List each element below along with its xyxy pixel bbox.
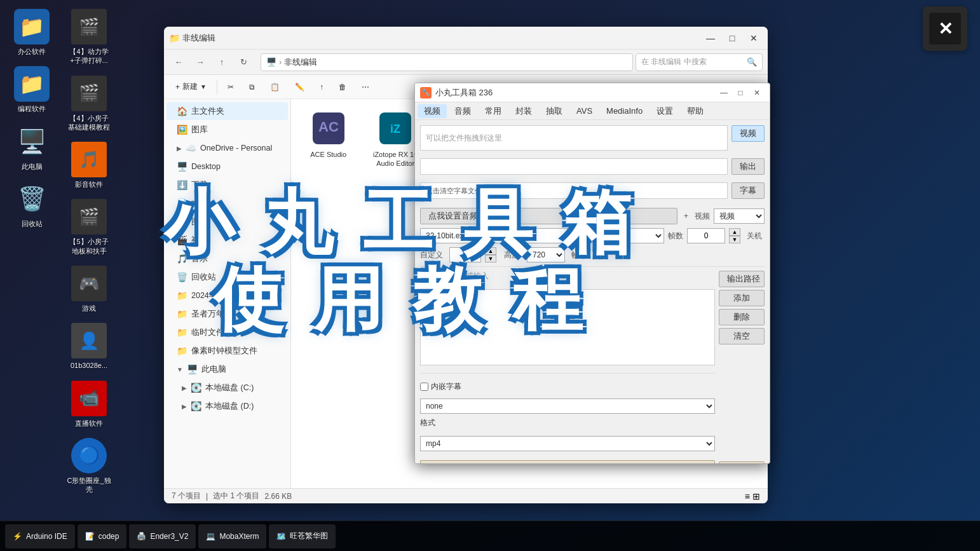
output-path-row: 请在右方选择或输入	[420, 271, 715, 282]
sidebar-item-main-folder[interactable]: 🏠 主文件夹	[167, 102, 288, 120]
subtitle-btn[interactable]: 字幕	[732, 182, 765, 199]
rename-btn[interactable]: ✏️	[289, 78, 311, 97]
nav-up-btn[interactable]: ↑	[212, 53, 231, 71]
taskbar-arduino[interactable]: ⚡ Arduino IDE	[5, 524, 75, 548]
clear-btn[interactable]: 清空	[719, 328, 765, 344]
sidebar-item-d-drive[interactable]: ▶ 💽 本地磁盘 (D:)	[167, 397, 288, 415]
share-btn[interactable]: ↑	[313, 78, 330, 97]
format-select[interactable]: mp4	[420, 436, 715, 451]
sidebar-item-temp[interactable]: 📁 临时文件	[167, 323, 288, 341]
frame-input[interactable]	[687, 228, 725, 243]
sidebar-item-clock[interactable]: 📁 像素时钟模型文件	[167, 342, 288, 360]
sidebar-item-recycle[interactable]: 🗑️ 回收站	[167, 268, 288, 286]
desktop-icon-live[interactable]: 📹 直播软件	[64, 378, 114, 430]
add-btn[interactable]: 添加	[719, 290, 765, 306]
copy-btn[interactable]: ⧉	[243, 78, 261, 97]
params-btn[interactable]: 点我设置音频参数	[420, 208, 677, 224]
compress-bottom-btn[interactable]: 压制	[420, 460, 715, 463]
rate-input[interactable]	[449, 247, 481, 262]
paste-btn[interactable]: 📋	[264, 78, 286, 97]
sidebar-item-c-drive[interactable]: ▶ 💽 本地磁盘 (C:)	[167, 379, 288, 397]
menu-common[interactable]: 常用	[479, 104, 508, 118]
sidebar-item-music[interactable]: 🎵 音乐	[167, 250, 288, 268]
desktop-icon-cshape[interactable]: 🔵 C形垫圈座_独壳	[64, 435, 114, 497]
output-btn[interactable]: 输出	[732, 158, 765, 175]
search-bar[interactable]: 在 非线编辑 中搜索 🔍	[636, 53, 763, 71]
menu-avs[interactable]: AVS	[570, 105, 599, 117]
desktop-icon-house-basic[interactable]: 🎬 【4】小房子基础建模教程	[64, 73, 114, 135]
sidebar-item-onedrive[interactable]: ▶ ☁️ OneDrive - Personal	[167, 139, 288, 157]
music-icon-sidebar: 🎵	[177, 254, 187, 264]
explorer-close-btn[interactable]: ✕	[745, 29, 763, 47]
taskbar-codep[interactable]: 📝 codep	[78, 524, 127, 548]
taskbar-ender3[interactable]: 🖨️ Ender3_V2	[129, 524, 196, 548]
taskbar-wangao[interactable]: 🗺️ 旺苍繁华图	[269, 524, 336, 548]
frame-down-btn[interactable]: ▼	[729, 236, 740, 243]
desktop-icons-left: 📁 办公软件 📁 编程软件 🖥️ 此电脑 🗑️ 回收站	[6, 6, 57, 231]
desktop-icon-programming[interactable]: 📁 编程软件	[6, 64, 57, 116]
wangao-icon: 🗺️	[276, 532, 286, 541]
resolution-select[interactable]: 720 1080	[527, 247, 565, 262]
view-grid-btn[interactable]: ⊞	[752, 491, 760, 501]
menu-settings[interactable]: 设置	[650, 104, 679, 118]
tool-subtitle-area[interactable]: 双击清空字幕文件文本框	[420, 182, 728, 199]
explorer-minimize-btn[interactable]: —	[702, 29, 719, 47]
sidebar-item-desktop[interactable]: 🖥️ Desktop	[167, 158, 288, 175]
more-btn[interactable]: ⋯	[355, 78, 376, 97]
desktop-icon-recycle[interactable]: 🗑️ 回收站	[6, 179, 57, 231]
sidebar-item-videos[interactable]: 🎬 视频	[167, 231, 288, 249]
sidebar-item-sage[interactable]: 📁 圣者万年	[167, 305, 288, 323]
none-select[interactable]: none	[420, 398, 715, 414]
tool-maximize-btn[interactable]: □	[733, 86, 748, 100]
cut-btn[interactable]: ✂	[221, 78, 240, 97]
frame-up-btn[interactable]: ▲	[729, 228, 740, 236]
sidebar-item-gallery[interactable]: 🖼️ 图库	[167, 121, 288, 139]
desktop-icon-house-floor[interactable]: 🎬 【5】小房子地板和扶手	[64, 196, 114, 258]
video-select[interactable]: 视频	[714, 208, 765, 224]
menu-help[interactable]: 帮助	[681, 104, 710, 118]
embed-subtitle-checkbox[interactable]	[420, 383, 428, 391]
sidebar-item-downloads[interactable]: ⬇️ 下载	[167, 176, 288, 194]
compress-main-btn[interactable]: 压制	[719, 461, 765, 463]
new-btn[interactable]: + 新建 ▼	[169, 78, 213, 97]
sidebar-item-pictures[interactable]: 🖼️ 图片	[167, 213, 288, 231]
delete-btn[interactable]: 🗑	[332, 78, 353, 97]
sidebar-item-2024[interactable]: 📁 2024毕业盲审	[167, 287, 288, 304]
tool-output-area[interactable]	[420, 158, 728, 175]
nav-forward-btn[interactable]: →	[191, 53, 210, 71]
tool-body: 可以把文件拖拽到这里 视频 输出 双击清空字幕文件文本框 字幕 点我设置音频参数…	[415, 120, 770, 463]
file-item-ace-studio[interactable]: AC ACE Studio	[297, 105, 359, 172]
tool-close-btn[interactable]: ✕	[749, 86, 765, 100]
nav-refresh-btn[interactable]: ↻	[234, 53, 253, 71]
menu-audio[interactable]: 音频	[448, 104, 477, 118]
rate-up-btn[interactable]: ▲	[485, 247, 496, 255]
bitdepth-select[interactable]: 32-10bit.ex	[420, 228, 664, 243]
icon-label-programming: 编程软件	[18, 104, 46, 113]
tool-minimize-btn[interactable]: —	[716, 86, 732, 100]
desktop-icon-model01b[interactable]: 👤 01b3028e...	[64, 320, 114, 372]
nav-back-btn[interactable]: ←	[169, 53, 188, 71]
output-text-area[interactable]	[420, 289, 715, 365]
rate-down-btn[interactable]: ▼	[485, 255, 496, 262]
desktop-icon-office[interactable]: 📁 办公软件	[6, 6, 57, 58]
explorer-maximize-btn[interactable]: □	[723, 29, 741, 47]
desktop-icon-thispc[interactable]: 🖥️ 此电脑	[6, 121, 57, 173]
tool-drop-area[interactable]: 可以把文件拖拽到这里	[420, 125, 728, 151]
downloads-icon: ⬇️	[177, 180, 187, 190]
taskbar-mobaXterm[interactable]: 💻 MobaXterm	[198, 524, 266, 548]
address-bar[interactable]: 🖥️ › 非线编辑	[261, 53, 633, 71]
menu-package[interactable]: 封装	[509, 104, 538, 118]
view-list-btn[interactable]: ≡	[745, 491, 750, 501]
menu-mediainfo[interactable]: MediaInfo	[600, 105, 649, 117]
desktop-icon-music[interactable]: 🎵 影音软件	[64, 139, 114, 191]
desktop-icon-dynamic[interactable]: 🎬 【4】动力学+子弹打碎...	[64, 6, 114, 68]
video-btn[interactable]: 视频	[732, 125, 765, 142]
menu-extract[interactable]: 抽取	[540, 104, 569, 118]
desktop-icon-games[interactable]: 🎮 游戏	[64, 263, 114, 315]
sidebar-item-this-pc[interactable]: ▼ 🖥️ 此电脑	[167, 360, 288, 378]
sidebar-item-documents[interactable]: 📄 文档	[167, 194, 288, 212]
output-path-btn[interactable]: 输出路径	[719, 271, 765, 287]
format-label: 格式	[420, 418, 458, 428]
menu-video[interactable]: 视频	[418, 104, 447, 118]
delete-tool-btn[interactable]: 删除	[719, 309, 765, 325]
